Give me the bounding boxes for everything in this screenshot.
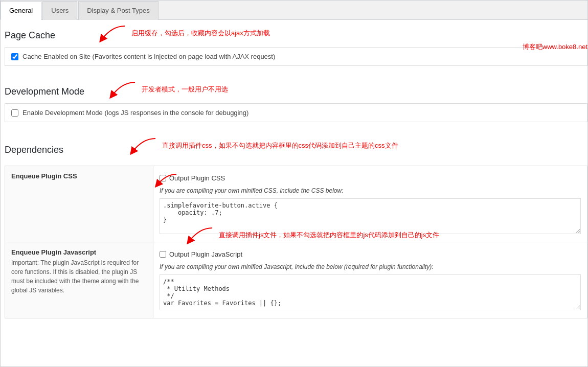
page-cache-checkbox[interactable] [11, 53, 18, 60]
arrow-icon [97, 24, 127, 42]
dev-arrow-icon [107, 80, 138, 99]
tab-general[interactable]: General [1, 1, 41, 20]
dev-mode-heading: Development Mode [5, 82, 93, 101]
css-label-cell: Enqueue Plugin CSS [5, 166, 153, 242]
js-label-title: Enqueue Plugin Javascript [11, 248, 147, 256]
dev-mode-checkbox-row: Enable Development Mode (logs JS respons… [5, 103, 587, 122]
dep-css-annotation-group: 直接调用插件css，如果不勾选就把内容框里的css代码添加到自己主题的css文件 [127, 136, 398, 155]
js-row: Enqueue Plugin Javascript Important: The… [5, 242, 587, 318]
dependencies-heading: Dependencies [5, 141, 72, 159]
page-cache-checkbox-row: Cache Enabled on Site (Favorites content… [5, 47, 587, 66]
dependencies-table: Enqueue Plugin CSS [5, 166, 587, 318]
dev-mode-annotation-group: 开发者模式，一般用户不用选 [107, 80, 228, 99]
tab-display-post-types[interactable]: Display & Post Types [78, 1, 159, 20]
tabs-bar: General Users Display & Post Types [1, 1, 587, 20]
js-checkbox-label: Output Plugin JavaScript [169, 250, 242, 258]
dev-mode-annotation: 开发者模式，一般用户不用选 [142, 85, 228, 94]
js-annotation: 直接调用插件js文件，如果不勾选就把内容框里的js代码添加到自己的js文件 [219, 231, 439, 240]
js-italic-text: If you are compiling your own minified J… [160, 263, 581, 270]
dep-css-annotation: 直接调用插件css，如果不勾选就把内容框里的css代码添加到自己主题的css文件 [162, 141, 398, 150]
dev-mode-section: Development Mode 开发者模式，一般用户不用选 [5, 72, 587, 132]
css-label-title: Enqueue Plugin CSS [11, 172, 147, 180]
page-cache-annotation: 启用缓存，勾选后，收藏内容会以ajax方式加载 [131, 29, 270, 38]
page-cache-annotation-group: 启用缓存，勾选后，收藏内容会以ajax方式加载 [97, 24, 270, 42]
js-annotation-group: 直接调用插件js文件，如果不勾选就把内容框里的js代码添加到自己的js文件 [184, 226, 439, 244]
page-cache-heading: Page Cache [5, 26, 63, 45]
tab-users[interactable]: Users [42, 1, 77, 20]
watermark: 博客吧www.boke8.net [523, 42, 587, 52]
dep-css-arrow-icon [127, 136, 158, 155]
js-code-textarea[interactable]: /** * Utility Methods */ var Favorites =… [160, 274, 581, 310]
dependencies-section: Dependencies 直接调用插件css，如果不勾选就把内容框里的css代码… [5, 132, 587, 318]
css-checkbox-arrow-icon [153, 172, 179, 188]
settings-wrap: General Users Display & Post Types Page … [0, 0, 588, 367]
css-italic-text: If you are compiling your own minified C… [160, 187, 581, 194]
js-label-cell: Enqueue Plugin Javascript Important: The… [5, 242, 153, 318]
dev-mode-checkbox[interactable] [11, 109, 18, 117]
page-cache-checkbox-label: Cache Enabled on Site (Favorites content… [22, 53, 275, 60]
css-checkbox-arrow-group [153, 172, 179, 188]
tab-content: Page Cache 启用缓存，勾选后，收藏内容会以ajax方式加载 [1, 20, 587, 318]
dev-mode-checkbox-label: Enable Development Mode (logs JS respons… [22, 109, 248, 117]
page-cache-section: Page Cache 启用缓存，勾选后，收藏内容会以ajax方式加载 [5, 20, 587, 72]
js-check-row: Output Plugin JavaScript [160, 250, 581, 258]
js-label-desc: Important: The plugin JavaScript is requ… [11, 258, 147, 295]
css-check-row: Output Plugin CSS [160, 174, 581, 182]
js-content-cell: 直接调用插件js文件，如果不勾选就把内容框里的js代码添加到自己的js文件 Ou… [153, 242, 587, 318]
js-arrow-icon [184, 226, 215, 244]
js-checkbox[interactable] [160, 251, 166, 258]
